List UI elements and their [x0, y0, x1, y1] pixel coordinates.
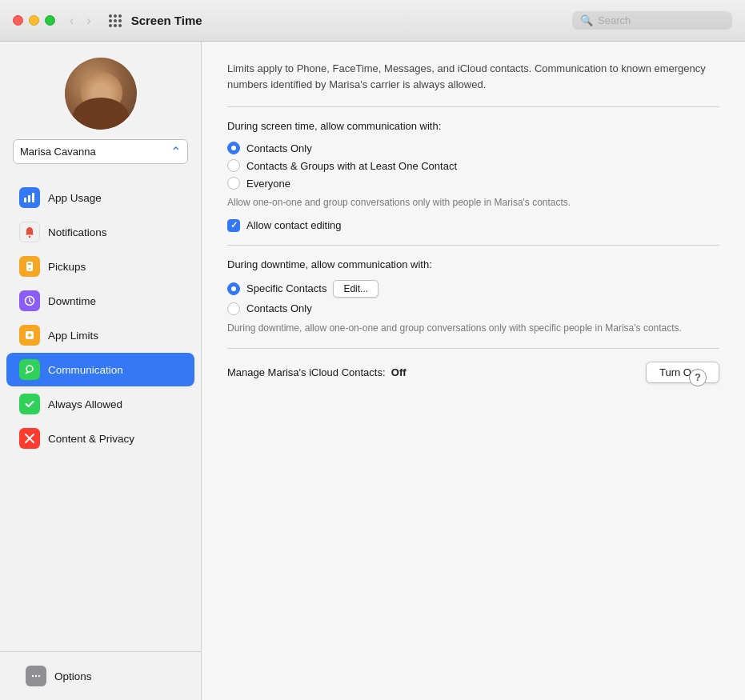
- always-allowed-icon: [19, 394, 40, 414]
- svg-point-14: [38, 675, 40, 677]
- icloud-row: Manage Marisa's iCloud Contacts: Off Tur…: [227, 362, 719, 383]
- svg-point-12: [32, 675, 34, 677]
- content-privacy-icon: [19, 428, 40, 449]
- sidebar-label: Downtime: [48, 295, 96, 307]
- radio-button-contacts-only-downtime[interactable]: [227, 302, 240, 315]
- radio-label: Specific Contacts: [246, 282, 326, 294]
- search-input[interactable]: [598, 14, 724, 26]
- screen-time-radio-group: Contacts Only Contacts & Groups with at …: [227, 142, 719, 190]
- titlebar: ‹ › Screen Time 🔍: [0, 0, 745, 42]
- downtime-icon: [19, 290, 40, 311]
- svg-point-6: [29, 268, 30, 270]
- turn-on-button[interactable]: Turn On...: [646, 362, 719, 383]
- sidebar-label: App Limits: [48, 330, 98, 342]
- svg-rect-0: [24, 198, 26, 202]
- fullscreen-button[interactable]: [45, 15, 55, 26]
- edit-button[interactable]: Edit...: [333, 280, 379, 298]
- search-icon: 🔍: [580, 14, 593, 26]
- notifications-icon: [19, 222, 40, 242]
- icloud-label: Manage Marisa's iCloud Contacts: Off: [227, 366, 646, 378]
- help-button[interactable]: ?: [689, 369, 707, 386]
- sidebar-item-downtime[interactable]: Downtime: [6, 284, 194, 318]
- separator-2: [227, 245, 719, 246]
- window-title: Screen Time: [131, 14, 572, 27]
- sidebar-label: Notifications: [48, 226, 107, 238]
- sidebar-item-content-privacy[interactable]: Content & Privacy: [6, 422, 194, 455]
- radio-button-contacts-only[interactable]: [227, 142, 240, 154]
- sidebar-item-communication[interactable]: Communication: [6, 353, 194, 386]
- sidebar-item-always-allowed[interactable]: Always Allowed: [6, 387, 194, 421]
- separator-3: [227, 348, 719, 349]
- profile-section: Marisa Cavanna ⌃: [0, 58, 201, 177]
- sidebar-label: Content & Privacy: [48, 433, 134, 445]
- radio-specific-contacts[interactable]: Specific Contacts Edit...: [227, 280, 719, 298]
- avatar: [65, 58, 137, 130]
- radio-button-contacts-groups[interactable]: [227, 159, 240, 172]
- sidebar-item-app-usage[interactable]: App Usage: [6, 181, 194, 214]
- radio-contacts-only-downtime[interactable]: Contacts Only: [227, 302, 719, 315]
- sidebar-label: Options: [54, 670, 92, 682]
- sidebar-item-notifications[interactable]: Notifications: [6, 215, 194, 249]
- radio-label: Contacts Only: [246, 302, 312, 314]
- screen-time-section-title: During screen time, allow communication …: [227, 120, 719, 132]
- radio-label: Contacts & Groups with at Least One Cont…: [246, 160, 457, 172]
- pickups-icon: [19, 256, 40, 277]
- svg-rect-2: [32, 193, 34, 202]
- downtime-section-title: During downtime, allow communication wit…: [227, 258, 719, 270]
- minimize-button[interactable]: [29, 15, 39, 26]
- sidebar-nav: App Usage Notifications: [0, 177, 201, 648]
- sidebar: Marisa Cavanna ⌃ App Usage: [0, 42, 202, 700]
- avatar-image: [65, 58, 137, 130]
- radio-label: Everyone: [246, 178, 290, 190]
- user-name: Marisa Cavanna: [20, 146, 170, 158]
- traffic-lights: [13, 15, 55, 26]
- sidebar-label: App Usage: [48, 192, 102, 204]
- radio-contacts-only[interactable]: Contacts Only: [227, 142, 719, 154]
- svg-rect-1: [28, 195, 30, 202]
- radio-button-everyone[interactable]: [227, 177, 240, 190]
- sidebar-label: Pickups: [48, 261, 86, 273]
- sidebar-label: Always Allowed: [48, 398, 122, 410]
- svg-rect-4: [26, 262, 33, 271]
- downtime-hint: During downtime, allow one-on-one and gr…: [227, 322, 719, 335]
- icloud-label-text: Manage Marisa's iCloud Contacts:: [227, 366, 386, 378]
- svg-point-3: [29, 236, 30, 238]
- nav-buttons: ‹ ›: [65, 12, 96, 30]
- grid-view-button[interactable]: [106, 11, 125, 30]
- sidebar-footer: Options: [0, 651, 201, 700]
- icloud-status: Off: [391, 366, 407, 378]
- content-area: Limits apply to Phone, FaceTime, Message…: [202, 42, 745, 700]
- forward-button[interactable]: ›: [82, 12, 95, 30]
- search-bar[interactable]: 🔍: [572, 11, 732, 30]
- sidebar-item-pickups[interactable]: Pickups: [6, 250, 194, 283]
- chevron-icon: ⌃: [170, 144, 181, 159]
- checkbox-label: Allow contact editing: [246, 219, 342, 231]
- main-layout: Marisa Cavanna ⌃ App Usage: [0, 42, 745, 700]
- svg-rect-5: [28, 263, 31, 265]
- back-button[interactable]: ‹: [65, 12, 78, 30]
- svg-point-13: [35, 675, 37, 677]
- options-icon: [26, 666, 46, 686]
- grid-icon: [109, 14, 122, 27]
- allow-contact-editing-checkbox[interactable]: Allow contact editing: [227, 219, 719, 232]
- app-limits-icon: [19, 325, 40, 346]
- close-button[interactable]: [13, 15, 23, 26]
- communication-icon: [19, 359, 40, 380]
- checkbox-icon[interactable]: [227, 219, 240, 232]
- sidebar-item-options[interactable]: Options: [13, 659, 188, 693]
- app-usage-icon: [19, 187, 40, 208]
- radio-contacts-groups[interactable]: Contacts & Groups with at Least One Cont…: [227, 159, 719, 172]
- radio-label: Contacts Only: [246, 142, 312, 154]
- sidebar-label: Communication: [48, 364, 123, 376]
- svg-point-9: [26, 366, 33, 372]
- user-select[interactable]: Marisa Cavanna ⌃: [13, 139, 188, 164]
- radio-everyone[interactable]: Everyone: [227, 177, 719, 190]
- separator-1: [227, 106, 719, 107]
- radio-button-specific-contacts[interactable]: [227, 282, 240, 295]
- description-text: Limits apply to Phone, FaceTime, Message…: [227, 61, 719, 92]
- sidebar-item-app-limits[interactable]: App Limits: [6, 318, 194, 352]
- screen-time-hint: Allow one-on-one and group conversations…: [227, 196, 719, 210]
- downtime-radio-group: Specific Contacts Edit... Contacts Only: [227, 280, 719, 315]
